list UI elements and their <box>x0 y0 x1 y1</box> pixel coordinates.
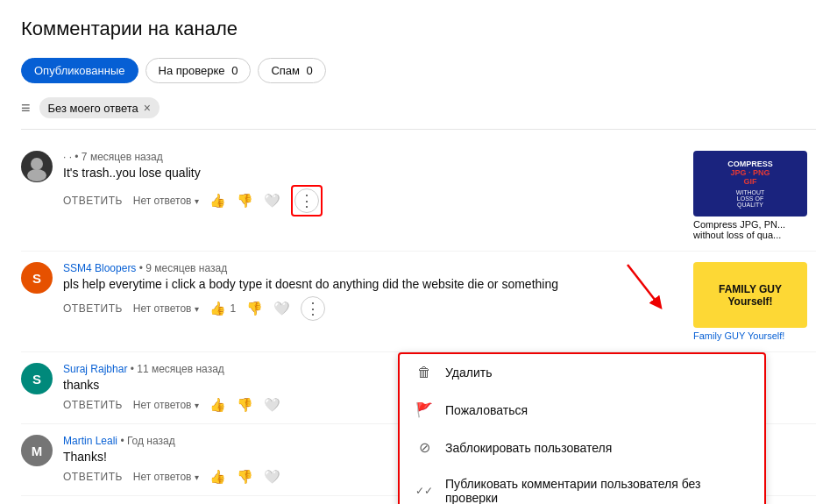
three-dots-menu-button[interactable]: ⋮ <box>301 296 325 321</box>
comments-list: · · • 7 месяцев назад It's trash..you lo… <box>21 140 816 496</box>
trash-icon: 🗑 <box>415 365 433 380</box>
comment-text: It's trash..you lose quality <box>63 166 676 180</box>
like-button[interactable]: 👍 1 <box>209 301 236 316</box>
chevron-down-icon: ▾ <box>195 196 199 206</box>
thumbs-down-icon: 👎 <box>237 469 253 485</box>
comment-text: pls help everytime i click a body type i… <box>63 277 676 291</box>
filter-chip-close[interactable]: × <box>144 101 151 115</box>
thumbs-up-icon: 👍 <box>209 469 226 485</box>
three-dots-menu-button[interactable]: ⋮ <box>294 188 319 213</box>
heart-icon: 🤍 <box>273 301 290 316</box>
ad-image-2: FAMILY GUYYourself! <box>693 262 807 328</box>
block-icon: ⊘ <box>415 439 433 456</box>
ad-caption-1: Compress JPG, PN... without loss of qua.… <box>693 219 816 240</box>
tabs-bar: Опубликованные На проверке 0 Спам 0 <box>21 58 816 83</box>
context-menu: 🗑 Удалить 🚩 Пожаловаться ⊘ Заблокировать… <box>398 352 766 504</box>
page-container: Комментарии на канале Опубликованные На … <box>0 0 837 504</box>
no-replies: Нет ответов ▾ <box>133 195 200 207</box>
filter-icon[interactable]: ≡ <box>21 99 31 117</box>
reply-button[interactable]: ОТВЕТИТЬ <box>63 399 123 411</box>
context-menu-report[interactable]: 🚩 Пожаловаться <box>400 391 764 429</box>
chevron-down-icon: ▾ <box>195 472 199 482</box>
thumbs-up-icon: 👍 <box>209 397 226 413</box>
tab-published[interactable]: Опубликованные <box>21 58 138 83</box>
heart-button[interactable]: 🤍 <box>273 301 290 316</box>
dislike-button[interactable]: 👎 <box>246 301 263 316</box>
tab-spam[interactable]: Спам 0 <box>258 58 325 83</box>
thumbs-down-icon: 👎 <box>237 397 253 413</box>
ad-block-2: FAMILY GUYYourself! Family GUY Yourself! <box>693 262 816 341</box>
reply-button[interactable]: ОТВЕТИТЬ <box>63 471 123 483</box>
dislike-button[interactable]: 👎 <box>237 397 253 413</box>
heart-icon: 🤍 <box>264 193 280 209</box>
heart-icon: 🤍 <box>264 469 280 485</box>
reply-button[interactable]: ОТВЕТИТЬ <box>63 302 123 315</box>
reply-button[interactable]: ОТВЕТИТЬ <box>63 195 123 207</box>
comment-actions: ОТВЕТИТЬ Нет ответов ▾ 👍 1 👎 🤍 <box>63 296 676 321</box>
comment-main: SSM4 Bloopers • 9 месяцев назад pls help… <box>63 262 676 321</box>
page-title: Комментарии на канале <box>21 18 816 40</box>
svg-line-3 <box>628 265 658 304</box>
context-menu-publish-without-review[interactable]: ✓✓ Публиковать комментарии пользователя … <box>400 466 764 504</box>
heart-icon: 🤍 <box>264 397 280 413</box>
chevron-down-icon: ▾ <box>195 304 199 314</box>
dislike-button[interactable]: 👎 <box>237 193 253 209</box>
chevron-down-icon: ▾ <box>195 401 199 410</box>
filter-chip-label: Без моего ответа <box>48 102 138 115</box>
filter-row: ≡ Без моего ответа × <box>21 97 816 130</box>
comment-item: · · • 7 месяцев назад It's trash..you lo… <box>21 140 816 252</box>
like-button[interactable]: 👍 <box>209 193 226 209</box>
no-replies: Нет ответов ▾ <box>133 471 200 483</box>
comment-actions: ОТВЕТИТЬ Нет ответов ▾ 👍 👎 🤍 <box>63 185 676 217</box>
tab-review[interactable]: На проверке 0 <box>145 58 252 83</box>
comment-item: S SSM4 Bloopers • 9 месяцев назад pls he… <box>21 252 816 352</box>
like-button[interactable]: 👍 <box>209 397 226 413</box>
checkcheck-icon: ✓✓ <box>415 485 433 497</box>
ad-image-1: COMPRESS JPG · PNG GIF WITHOUTLOSS OFQUA… <box>693 151 807 217</box>
arrow-annotation <box>619 260 671 316</box>
heart-button[interactable]: 🤍 <box>264 193 280 209</box>
comment-meta: · · • 7 месяцев назад <box>63 151 676 163</box>
thumbs-up-icon: 👍 <box>209 301 226 316</box>
heart-button[interactable]: 🤍 <box>264 469 280 485</box>
context-menu-block[interactable]: ⊘ Заблокировать пользователя <box>400 429 764 466</box>
svg-point-0 <box>31 158 43 170</box>
thumbs-up-icon: 👍 <box>209 193 226 209</box>
avatar: S <box>21 363 53 394</box>
three-dots-wrapper: ⋮ <box>291 185 323 217</box>
ad-caption-2: Family GUY Yourself! <box>693 330 816 341</box>
avatar: M <box>21 435 53 466</box>
svg-point-1 <box>27 169 46 181</box>
thumbs-down-icon: 👎 <box>246 301 263 316</box>
like-button[interactable]: 👍 <box>209 469 226 485</box>
ad-block-1: COMPRESS JPG · PNG GIF WITHOUTLOSS OFQUA… <box>693 151 816 240</box>
no-replies: Нет ответов ▾ <box>133 302 200 315</box>
comment-meta: SSM4 Bloopers • 9 месяцев назад <box>63 262 676 274</box>
comment-item: S Suraj Rajbhar • 11 месяцев назад thank… <box>21 352 816 424</box>
thumbs-down-icon: 👎 <box>237 193 253 209</box>
filter-chip: Без моего ответа × <box>39 97 160 118</box>
context-menu-delete[interactable]: 🗑 Удалить <box>400 354 764 391</box>
flag-icon: 🚩 <box>415 401 433 418</box>
avatar <box>21 151 53 182</box>
dislike-button[interactable]: 👎 <box>237 469 253 485</box>
avatar: S <box>21 262 53 294</box>
no-replies: Нет ответов ▾ <box>133 399 200 411</box>
comment-main: · · • 7 месяцев назад It's trash..you lo… <box>63 151 676 217</box>
heart-button[interactable]: 🤍 <box>264 397 280 413</box>
